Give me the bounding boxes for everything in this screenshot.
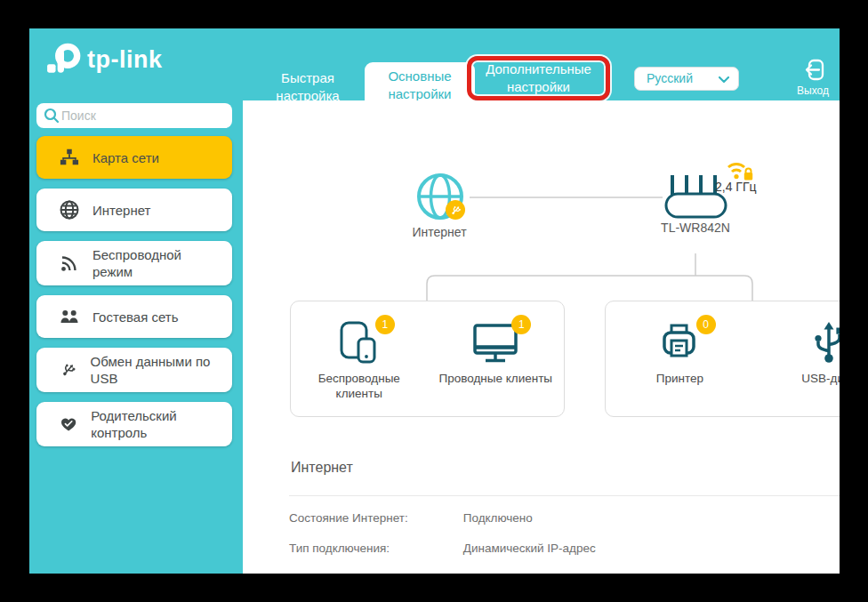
sidebar-item-wireless[interactable]: Беспроводной режим: [36, 241, 232, 285]
client-label: Принтер: [636, 371, 725, 386]
logout-label: Выход: [787, 84, 839, 97]
wireless-icon: [60, 253, 79, 273]
logo-text: tp-link: [87, 46, 163, 74]
usb-disk-iconwrap: 0: [805, 319, 840, 367]
sidebar-item-parental-control[interactable]: Родительский контроль: [36, 402, 232, 446]
tab-basic-settings[interactable]: Основные настройки: [365, 62, 475, 100]
tp-link-logo-icon: [45, 41, 83, 78]
wireless-clients[interactable]: 1 Беспроводные клиенты: [291, 319, 428, 416]
chevron-down-icon: [719, 76, 729, 84]
clients-box: 1 Беспроводные клиенты 1 Проводные клиен…: [290, 301, 565, 417]
printer[interactable]: 0 Принтер: [606, 319, 754, 416]
sitemap-icon: [60, 148, 79, 167]
tab-quick-setup[interactable]: Быстрая настройка: [252, 69, 364, 105]
language-select[interactable]: Русский: [634, 67, 739, 91]
section-title: Интернет: [291, 460, 353, 476]
tab-advanced-settings[interactable]: Дополнительные настройки: [467, 56, 610, 100]
sidebar-item-label: Карта сети: [92, 149, 159, 166]
wired-clients-iconwrap: 1: [471, 319, 519, 367]
devices-box: 0 Принтер 0 USB-диск: [605, 301, 840, 417]
guest-network-icon: [60, 307, 79, 326]
router-node-label: TL-WR842N: [651, 221, 740, 235]
router-admin-page: tp-link Быстрая настройка Основные настр…: [29, 28, 840, 574]
sidebar-item-network-map[interactable]: Карта сети: [36, 136, 232, 179]
tab-advanced-label: Дополнительные настройки: [471, 60, 606, 96]
connection-plug-icon: [450, 205, 462, 216]
printer-iconwrap: 0: [656, 319, 704, 367]
parental-control-icon: [60, 414, 77, 434]
wifi-band-label: 2,4 ГГц: [715, 180, 777, 194]
info-label: Состояние Интернет:: [289, 511, 460, 525]
client-label: Беспроводные клиенты: [310, 371, 408, 401]
client-label: Проводные клиенты: [433, 371, 558, 386]
search-box[interactable]: [36, 103, 232, 128]
info-value: Динамический IP-адрес: [463, 542, 596, 555]
usb-disk-icon: [805, 319, 840, 367]
internet-node-label: Интернет: [395, 225, 484, 239]
sidebar-item-guest-network[interactable]: Гостевая сеть: [36, 295, 232, 338]
info-row: Состояние Интернет: Подключено: [289, 511, 533, 525]
globe-icon: [60, 200, 79, 220]
client-label: USB-диск: [784, 371, 840, 386]
sidebar-item-label: Беспроводной режим: [92, 246, 225, 280]
sidebar: Карта сети Интернет Беспроводной режим: [29, 100, 243, 574]
topology-connector-lines: [243, 100, 840, 307]
wired-clients[interactable]: 1 Проводные клиенты: [428, 319, 565, 416]
section-divider: [289, 495, 840, 496]
search-input[interactable]: [60, 108, 225, 124]
usb-share-icon: [60, 360, 77, 380]
usb-disk[interactable]: 0 USB-диск: [754, 319, 840, 416]
sidebar-item-label: Интернет: [92, 202, 150, 219]
sidebar-item-label: Гостевая сеть: [92, 309, 178, 325]
internet-status-badge: [446, 200, 465, 220]
info-row: Тип подключения: Динамический IP-адрес: [289, 542, 596, 555]
info-value: Подключено: [463, 511, 533, 525]
tp-link-logo: tp-link: [45, 41, 163, 78]
sidebar-item-usb-sharing[interactable]: Обмен данными по USB: [36, 348, 232, 392]
count-badge: 1: [511, 315, 531, 334]
wireless-clients-iconwrap: 1: [335, 319, 383, 367]
search-icon: [44, 108, 60, 124]
language-selected: Русский: [647, 71, 693, 85]
logout-icon: [801, 58, 825, 82]
sidebar-item-internet[interactable]: Интернет: [36, 189, 232, 231]
sidebar-item-label: Обмен данными по USB: [91, 353, 225, 387]
sidebar-item-label: Родительский контроль: [91, 407, 225, 441]
header: tp-link Быстрая настройка Основные настр…: [29, 28, 840, 100]
sidebar-menu: Карта сети Интернет Беспроводной режим: [36, 136, 232, 446]
network-map-panel: Интернет 2,4 ГГц TL-WR842N: [243, 100, 840, 574]
count-badge: 0: [696, 315, 716, 334]
count-badge: 1: [375, 315, 395, 334]
logout-button[interactable]: Выход: [787, 58, 839, 97]
info-label: Тип подключения:: [289, 542, 460, 555]
